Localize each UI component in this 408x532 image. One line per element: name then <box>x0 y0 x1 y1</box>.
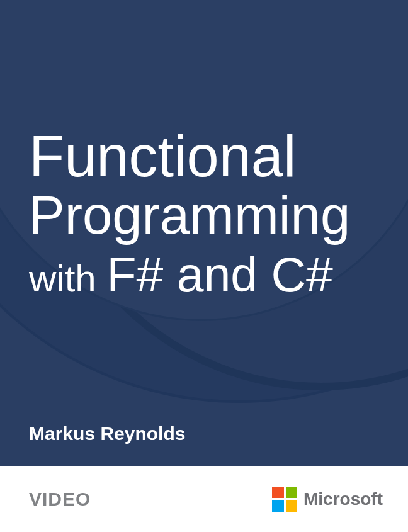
ms-square-blue <box>272 500 284 512</box>
title-line-1: Functional <box>29 126 389 187</box>
ms-square-green <box>286 487 298 499</box>
title-prefix: with <box>29 258 106 300</box>
microsoft-logo: Microsoft <box>272 487 383 512</box>
title-block: Functional Programming with F# and C# <box>29 126 389 300</box>
footer-bar: VIDEO Microsoft <box>0 466 408 532</box>
author-name: Markus Reynolds <box>29 423 185 444</box>
microsoft-wordmark: Microsoft <box>303 489 383 509</box>
cover-art-panel: Functional Programming with F# and C# Ma… <box>0 0 408 466</box>
microsoft-icon <box>272 487 297 512</box>
video-label: VIDEO <box>29 489 91 510</box>
ms-square-yellow <box>286 500 298 512</box>
title-languages: F# and C# <box>106 247 333 302</box>
ms-square-red <box>272 487 284 499</box>
book-cover: Functional Programming with F# and C# Ma… <box>0 0 408 532</box>
title-line-3: with F# and C# <box>29 249 389 300</box>
title-line-2: Programming <box>29 187 389 243</box>
